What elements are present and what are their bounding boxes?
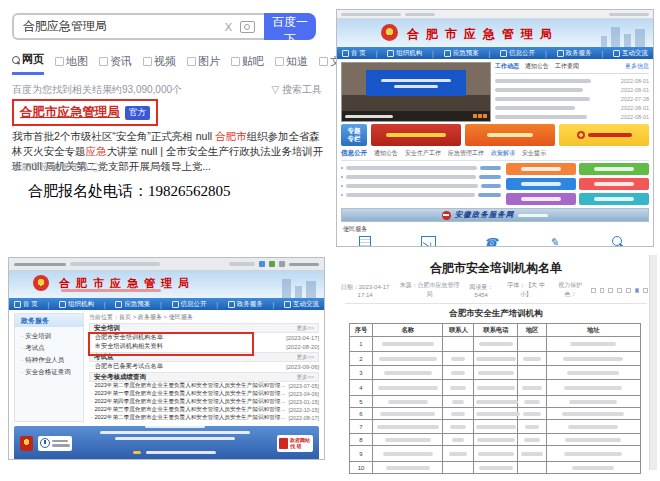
- list-item-link[interactable]: 2022年第二季度合肥市企业主要负责人和安全管理人员安全生产知识和管理能力考核成…: [91, 414, 288, 422]
- list-item-link[interactable]: 2023年第一季度合肥市企业主要负责人和安全管理人员安全生产知识和管理能力考核成…: [91, 390, 288, 398]
- redacted-text: [563, 357, 623, 361]
- list-item-link[interactable]: 合肥市安全培训机构名单: [91, 333, 163, 342]
- news-item[interactable]: 2022-08-01: [495, 103, 649, 112]
- nav-item-5[interactable]: 互动交流: [284, 300, 319, 309]
- nav-item-3[interactable]: 信息公开: [500, 49, 535, 58]
- quick-link-button-0[interactable]: [506, 163, 576, 175]
- list-item-link[interactable]: 2023年第二季度合肥市企业主要负责人和安全管理人员安全生产知识和管理能力考核成…: [91, 382, 288, 390]
- news-date: 2022-08-01: [621, 87, 649, 93]
- baidu-tab-5[interactable]: 贴吧: [231, 52, 264, 75]
- service-mail-icon[interactable]: [408, 236, 448, 247]
- redacted-text: [380, 412, 435, 416]
- search-tools[interactable]: ▽ 搜索工具: [272, 83, 322, 97]
- quick-link-button-4[interactable]: [506, 193, 576, 205]
- baidu-tab-0[interactable]: 网页: [12, 52, 44, 75]
- service-pen-icon[interactable]: ✎: [534, 236, 574, 247]
- camera-icon[interactable]: [240, 21, 255, 33]
- nav-item-2[interactable]: 应急预案: [444, 49, 479, 58]
- news-item[interactable]: 2022-08-01: [495, 112, 649, 121]
- sidebar-item-1[interactable]: 考试点: [21, 342, 83, 354]
- news-tab-1[interactable]: 通知公告: [525, 62, 549, 71]
- news-item[interactable]: 2022-07-28: [495, 94, 649, 103]
- service-search-icon[interactable]: [597, 236, 637, 247]
- info-tab-1[interactable]: 安全生产工作: [405, 149, 441, 158]
- news-item[interactable]: 2022-08-01: [495, 85, 649, 94]
- nav-separator: |: [273, 301, 275, 308]
- info-tab-0[interactable]: 通知公告: [374, 149, 398, 158]
- results-meta-row: 百度为您找到相关结果约93,090,000个 ▽ 搜索工具: [12, 83, 322, 97]
- nav-item-1[interactable]: 组织机构: [59, 300, 94, 309]
- banner-orange[interactable]: [465, 124, 555, 146]
- info-tab-2[interactable]: 应急管理工作: [448, 149, 484, 158]
- special-column-label[interactable]: 专题专栏: [341, 124, 367, 146]
- carousel-dots[interactable]: [473, 114, 487, 118]
- info-item[interactable]: [341, 181, 501, 190]
- news-tab-2[interactable]: 工作要闻: [555, 62, 579, 71]
- scrollbar-track[interactable]: [649, 255, 657, 470]
- service-doc-icon[interactable]: [345, 236, 385, 247]
- quick-link-button-3[interactable]: [579, 178, 649, 190]
- news-tab-0[interactable]: 工作动态: [495, 62, 519, 71]
- browser-icon[interactable]: [279, 261, 285, 267]
- info-tab-4[interactable]: 安全提示: [522, 149, 546, 158]
- nav-item-0[interactable]: 首 页: [14, 300, 38, 309]
- quick-link-button-1[interactable]: [579, 163, 649, 175]
- info-tab-3[interactable]: 政策解读: [491, 149, 515, 158]
- browser-icon[interactable]: [259, 261, 265, 267]
- eye-color-swatch-5[interactable]: [635, 288, 640, 293]
- search-button[interactable]: 百度一下: [264, 13, 316, 40]
- baidu-tab-2[interactable]: 资讯: [99, 52, 132, 75]
- nav-item-2[interactable]: 应急预案: [115, 300, 150, 309]
- list-item-link[interactable]: 2022年第四季度合肥市企业主要负责人和安全管理人员安全生产知识和管理能力考核成…: [91, 398, 288, 406]
- eye-color-swatch-0[interactable]: [591, 288, 596, 293]
- clear-icon[interactable]: X: [225, 21, 232, 33]
- eye-color-swatch-1[interactable]: [600, 288, 605, 293]
- section-more-link[interactable]: 更多>>: [297, 354, 314, 361]
- site-error-badge[interactable]: 政府网站 找 错: [277, 435, 313, 452]
- eye-color-swatch-3[interactable]: [617, 288, 622, 293]
- search-input[interactable]: 合肥应急管理局 X: [12, 13, 264, 40]
- nav-item-4[interactable]: 政务服务: [557, 49, 592, 58]
- list-item-link[interactable]: 2022年第三季度合肥市企业主要负责人和安全管理人员安全生产知识和管理能力考核成…: [91, 406, 288, 414]
- accessibility-badge[interactable]: [38, 436, 72, 451]
- quick-link-button-2[interactable]: [506, 178, 576, 190]
- sidebar-item-2[interactable]: 特种作业人员: [21, 354, 83, 366]
- section-more-link[interactable]: 更多>>: [297, 325, 314, 332]
- list-item-link[interactable]: 合肥市已备案考试点名单: [91, 362, 163, 371]
- nav-item-4[interactable]: 政务服务: [228, 300, 263, 309]
- banner-yellow[interactable]: [559, 124, 649, 146]
- eye-color-swatch-4[interactable]: [626, 288, 631, 293]
- sidebar-item-3[interactable]: 安全合格证查询: [21, 366, 83, 378]
- eye-color-swatch-6[interactable]: [643, 288, 648, 293]
- table-row: 4: [350, 380, 641, 396]
- section-more-link[interactable]: 更多>>: [297, 374, 314, 381]
- anhui-service-banner[interactable]: 安徽政务服务网: [341, 208, 649, 222]
- eye-color-swatch-2[interactable]: [608, 288, 613, 293]
- news-carousel[interactable]: [341, 62, 491, 122]
- banner-red[interactable]: [371, 124, 461, 146]
- quick-link-button-5[interactable]: [579, 193, 649, 205]
- nav-item-label: 政务服务: [237, 300, 263, 309]
- news-item[interactable]: 2022-08-01: [495, 76, 649, 85]
- baidu-tab-3[interactable]: 视频: [143, 52, 176, 75]
- redacted-cell: [546, 420, 640, 434]
- sidebar-item-0[interactable]: 安全培训: [21, 330, 83, 342]
- info-item[interactable]: [341, 172, 501, 181]
- baidu-tab-4[interactable]: 图片: [187, 52, 220, 75]
- browser-icon[interactable]: [269, 261, 275, 267]
- nav-item-0[interactable]: 首 页: [342, 49, 366, 58]
- info-item[interactable]: [341, 190, 501, 199]
- baidu-tab-1[interactable]: 地图: [55, 52, 88, 75]
- service-phone-icon[interactable]: ☎: [471, 236, 511, 247]
- nav-item-3[interactable]: 信息公开: [172, 300, 207, 309]
- nav-item-5[interactable]: 互动交流: [613, 49, 648, 58]
- news-more-link[interactable]: 更多信息: [625, 62, 649, 71]
- info-item[interactable]: [341, 163, 501, 172]
- result-title-link[interactable]: 合肥市应急管理局: [20, 104, 120, 121]
- baidu-tab-6[interactable]: 知道: [275, 52, 308, 75]
- nav-separator: |: [489, 50, 491, 57]
- redacted-cell: [372, 446, 442, 462]
- list-item-link[interactable]: 市安全培训机构相关资料: [91, 342, 163, 351]
- redacted-text: [383, 452, 433, 456]
- nav-item-1[interactable]: 组织机构: [387, 49, 422, 58]
